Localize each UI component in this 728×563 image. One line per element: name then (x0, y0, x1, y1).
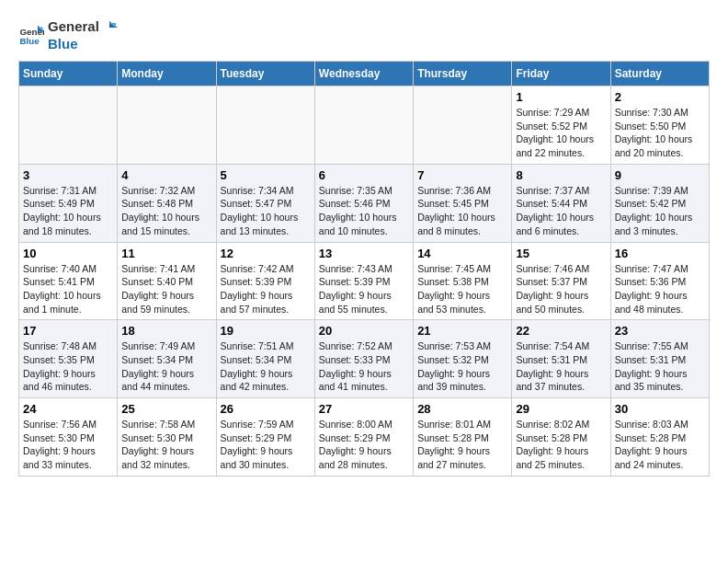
day-number: 23 (615, 324, 705, 338)
calendar-cell: 16Sunrise: 7:47 AM Sunset: 5:36 PM Dayli… (610, 242, 709, 320)
weekday-header-tuesday: Tuesday (216, 62, 314, 86)
logo-bird-icon (101, 19, 118, 36)
day-number: 8 (516, 168, 606, 182)
day-info: Sunrise: 7:35 AM Sunset: 5:46 PM Dayligh… (319, 184, 409, 238)
day-info: Sunrise: 7:45 AM Sunset: 5:38 PM Dayligh… (417, 262, 507, 316)
day-number: 2 (615, 90, 705, 104)
day-info: Sunrise: 7:41 AM Sunset: 5:40 PM Dayligh… (121, 262, 211, 316)
calendar-cell: 3Sunrise: 7:31 AM Sunset: 5:49 PM Daylig… (19, 164, 118, 242)
day-info: Sunrise: 7:40 AM Sunset: 5:41 PM Dayligh… (23, 262, 113, 316)
day-number: 4 (121, 168, 211, 182)
calendar-cell (414, 86, 512, 165)
logo-line2: Blue (48, 36, 118, 52)
calendar-cell: 29Sunrise: 8:02 AM Sunset: 5:28 PM Dayli… (512, 398, 610, 477)
calendar-cell: 25Sunrise: 7:58 AM Sunset: 5:30 PM Dayli… (118, 398, 216, 477)
calendar-cell: 12Sunrise: 7:42 AM Sunset: 5:39 PM Dayli… (216, 242, 314, 320)
calendar-week-5: 24Sunrise: 7:56 AM Sunset: 5:30 PM Dayli… (19, 398, 710, 477)
calendar-cell: 15Sunrise: 7:46 AM Sunset: 5:37 PM Dayli… (512, 242, 610, 320)
day-number: 20 (319, 324, 409, 338)
day-number: 12 (221, 247, 311, 260)
calendar-cell: 22Sunrise: 7:54 AM Sunset: 5:31 PM Dayli… (512, 320, 610, 398)
day-number: 11 (121, 247, 211, 260)
calendar-cell (19, 86, 118, 165)
day-number: 13 (319, 247, 409, 260)
svg-text:Blue: Blue (19, 36, 40, 46)
day-info: Sunrise: 7:37 AM Sunset: 5:44 PM Dayligh… (516, 184, 606, 238)
day-number: 7 (417, 168, 507, 182)
day-info: Sunrise: 7:58 AM Sunset: 5:30 PM Dayligh… (121, 418, 211, 472)
day-info: Sunrise: 7:34 AM Sunset: 5:47 PM Dayligh… (221, 184, 311, 238)
weekday-header-friday: Friday (512, 62, 610, 86)
calendar-cell: 26Sunrise: 7:59 AM Sunset: 5:29 PM Dayli… (216, 398, 314, 477)
calendar-cell: 13Sunrise: 7:43 AM Sunset: 5:39 PM Dayli… (314, 242, 413, 320)
day-number: 1 (516, 90, 606, 104)
calendar-week-3: 10Sunrise: 7:40 AM Sunset: 5:41 PM Dayli… (19, 242, 710, 320)
day-number: 22 (516, 324, 606, 338)
day-info: Sunrise: 7:30 AM Sunset: 5:50 PM Dayligh… (615, 106, 705, 160)
calendar-cell: 5Sunrise: 7:34 AM Sunset: 5:47 PM Daylig… (216, 164, 314, 242)
day-info: Sunrise: 7:52 AM Sunset: 5:33 PM Dayligh… (319, 339, 409, 394)
day-info: Sunrise: 7:59 AM Sunset: 5:29 PM Dayligh… (221, 418, 311, 472)
calendar-cell: 18Sunrise: 7:49 AM Sunset: 5:34 PM Dayli… (118, 320, 216, 398)
calendar-cell: 7Sunrise: 7:36 AM Sunset: 5:45 PM Daylig… (414, 164, 512, 242)
day-number: 16 (615, 247, 705, 260)
day-number: 9 (615, 168, 705, 182)
weekday-header-thursday: Thursday (414, 62, 512, 86)
calendar-cell: 24Sunrise: 7:56 AM Sunset: 5:30 PM Dayli… (19, 398, 118, 477)
day-info: Sunrise: 7:56 AM Sunset: 5:30 PM Dayligh… (23, 418, 113, 472)
day-info: Sunrise: 8:02 AM Sunset: 5:28 PM Dayligh… (516, 418, 606, 472)
day-number: 17 (23, 324, 113, 338)
calendar-cell: 14Sunrise: 7:45 AM Sunset: 5:38 PM Dayli… (414, 242, 512, 320)
day-info: Sunrise: 8:01 AM Sunset: 5:28 PM Dayligh… (417, 418, 507, 472)
calendar-week-4: 17Sunrise: 7:48 AM Sunset: 5:35 PM Dayli… (19, 320, 710, 398)
calendar-cell: 21Sunrise: 7:53 AM Sunset: 5:32 PM Dayli… (414, 320, 512, 398)
day-info: Sunrise: 7:29 AM Sunset: 5:52 PM Dayligh… (516, 106, 606, 160)
day-number: 6 (319, 168, 409, 182)
calendar-cell: 20Sunrise: 7:52 AM Sunset: 5:33 PM Dayli… (314, 320, 413, 398)
calendar-cell (216, 86, 314, 165)
day-info: Sunrise: 7:43 AM Sunset: 5:39 PM Dayligh… (319, 262, 409, 316)
calendar-week-2: 3Sunrise: 7:31 AM Sunset: 5:49 PM Daylig… (19, 164, 710, 242)
day-info: Sunrise: 8:03 AM Sunset: 5:28 PM Dayligh… (615, 418, 705, 472)
day-number: 28 (417, 402, 507, 416)
day-number: 27 (319, 402, 409, 416)
day-info: Sunrise: 7:48 AM Sunset: 5:35 PM Dayligh… (23, 339, 113, 394)
day-number: 21 (417, 324, 507, 338)
calendar-cell (118, 86, 216, 165)
calendar-cell: 4Sunrise: 7:32 AM Sunset: 5:48 PM Daylig… (118, 164, 216, 242)
day-info: Sunrise: 8:00 AM Sunset: 5:29 PM Dayligh… (319, 418, 409, 472)
day-number: 24 (23, 402, 113, 416)
day-info: Sunrise: 7:49 AM Sunset: 5:34 PM Dayligh… (121, 339, 211, 394)
day-number: 14 (417, 247, 507, 260)
weekday-header-wednesday: Wednesday (314, 62, 413, 86)
day-number: 29 (516, 402, 606, 416)
day-info: Sunrise: 7:39 AM Sunset: 5:42 PM Dayligh… (615, 184, 705, 238)
day-info: Sunrise: 7:47 AM Sunset: 5:36 PM Dayligh… (615, 262, 705, 316)
day-number: 15 (516, 247, 606, 260)
weekday-header-saturday: Saturday (610, 62, 709, 86)
calendar-cell (314, 86, 413, 165)
calendar-week-1: 1Sunrise: 7:29 AM Sunset: 5:52 PM Daylig… (19, 86, 710, 165)
day-info: Sunrise: 7:55 AM Sunset: 5:31 PM Dayligh… (615, 339, 705, 394)
logo-line1: General (48, 18, 118, 36)
calendar-cell: 19Sunrise: 7:51 AM Sunset: 5:34 PM Dayli… (216, 320, 314, 398)
logo-icon: General Blue (18, 22, 44, 48)
day-info: Sunrise: 7:53 AM Sunset: 5:32 PM Dayligh… (417, 339, 507, 394)
calendar-cell: 2Sunrise: 7:30 AM Sunset: 5:50 PM Daylig… (610, 86, 709, 165)
calendar-cell: 10Sunrise: 7:40 AM Sunset: 5:41 PM Dayli… (19, 242, 118, 320)
calendar-table: SundayMondayTuesdayWednesdayThursdayFrid… (18, 61, 710, 477)
header: General Blue General Blue (18, 18, 710, 52)
day-number: 10 (23, 247, 113, 260)
calendar-cell: 17Sunrise: 7:48 AM Sunset: 5:35 PM Dayli… (19, 320, 118, 398)
calendar-cell: 8Sunrise: 7:37 AM Sunset: 5:44 PM Daylig… (512, 164, 610, 242)
day-info: Sunrise: 7:36 AM Sunset: 5:45 PM Dayligh… (417, 184, 507, 238)
day-info: Sunrise: 7:42 AM Sunset: 5:39 PM Dayligh… (221, 262, 311, 316)
day-number: 19 (221, 324, 311, 338)
day-info: Sunrise: 7:51 AM Sunset: 5:34 PM Dayligh… (221, 339, 311, 394)
day-number: 30 (615, 402, 705, 416)
weekday-header-sunday: Sunday (19, 62, 118, 86)
calendar-cell: 28Sunrise: 8:01 AM Sunset: 5:28 PM Dayli… (414, 398, 512, 477)
calendar-cell: 30Sunrise: 8:03 AM Sunset: 5:28 PM Dayli… (610, 398, 709, 477)
logo: General Blue General Blue (18, 18, 118, 52)
calendar-cell: 1Sunrise: 7:29 AM Sunset: 5:52 PM Daylig… (512, 86, 610, 165)
